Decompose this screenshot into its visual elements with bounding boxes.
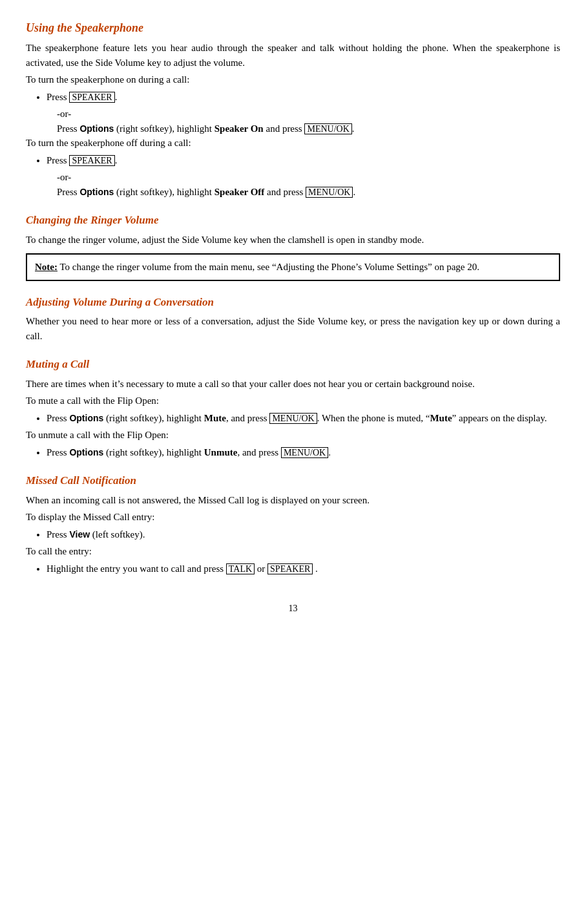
text: and press xyxy=(264,123,305,134)
or-line: -or- xyxy=(57,107,560,121)
options-label: Options xyxy=(79,123,114,134)
note-box: Note: To change the ringer volume from t… xyxy=(26,253,560,281)
menu-ok-key3: MENU/OK xyxy=(269,413,317,424)
text: . xyxy=(313,563,318,574)
text: , and press xyxy=(237,447,281,457)
text: Press xyxy=(47,155,69,165)
text: Press xyxy=(57,123,79,134)
mute-label: Mute xyxy=(204,413,226,423)
section-speakerphone: Using the Speakerphone The speakerphone … xyxy=(26,19,560,199)
press-options-on: Press Options (right softkey), highlight… xyxy=(57,121,560,136)
list-item: Press Options (right softkey), highlight… xyxy=(47,411,560,426)
menu-ok-key4: MENU/OK xyxy=(281,447,328,458)
text: Press xyxy=(47,413,69,423)
speaker-on-label: Speaker On xyxy=(215,123,264,134)
muting-para1: There are times when it’s necessary to m… xyxy=(26,377,560,392)
ringer-para: To change the ringer volume, adjust the … xyxy=(26,233,560,247)
text: Highlight the entry you want to call and… xyxy=(47,563,226,574)
unmute-para: To unmute a call with the Flip Open: xyxy=(26,428,560,443)
text: . When the phone is muted, “ xyxy=(317,413,430,423)
note-label: Note: xyxy=(35,262,58,272)
section-adjusting-volume: Adjusting Volume During a Conversation W… xyxy=(26,294,560,344)
speaker-key3: SPEAKER xyxy=(267,563,313,574)
view-label: View xyxy=(69,529,90,540)
speakerphone-off-para: To turn the speakerphone off during a ca… xyxy=(26,136,560,151)
talk-key: TALK xyxy=(226,563,255,574)
section-missed-call: Missed Call Notification When an incomin… xyxy=(26,472,560,576)
text: . xyxy=(115,92,118,102)
list-item: Press SPEAKER. xyxy=(47,153,560,168)
speaker-key: SPEAKER xyxy=(69,92,114,103)
text: Press xyxy=(57,187,79,197)
note-text: To change the ringer volume from the mai… xyxy=(58,262,479,272)
missed-para2: To display the Missed Call entry: xyxy=(26,510,560,525)
text: , and press xyxy=(226,413,270,423)
speakerphone-para2: To turn the speakerphone on during a cal… xyxy=(26,72,560,87)
text: (right softkey), highlight xyxy=(114,123,214,134)
text: (right softkey), highlight xyxy=(114,187,214,197)
list-item: Press View (left softkey). xyxy=(47,527,560,542)
muting-para2: To mute a call with the Flip Open: xyxy=(26,394,560,408)
unmute-label: Unmute xyxy=(204,447,238,457)
text: Press xyxy=(47,529,69,540)
speakerphone-para1: The speakerphone feature lets you hear a… xyxy=(26,41,560,70)
section-muting-title: Muting a Call xyxy=(26,356,560,373)
text: . xyxy=(115,155,118,165)
speaker-off-label: Speaker Off xyxy=(215,187,265,197)
text: (left softkey). xyxy=(90,529,145,540)
call-entry-para: To call the entry: xyxy=(26,544,560,559)
press-options-off: Press Options (right softkey), highlight… xyxy=(57,185,560,200)
missed-para1: When an incoming call is not answered, t… xyxy=(26,493,560,508)
list-item: Press Options (right softkey), highlight… xyxy=(47,445,560,460)
mute-label2: Mute xyxy=(430,413,452,423)
text: . xyxy=(352,123,355,134)
menu-ok-key2: MENU/OK xyxy=(306,187,353,198)
text: . xyxy=(328,447,331,457)
options-label2: Options xyxy=(79,187,114,197)
text: ” appears on the display. xyxy=(452,413,547,423)
section-ringer-title: Changing the Ringer Volume xyxy=(26,212,560,229)
text: (right softkey), highlight xyxy=(103,413,204,423)
options-label4: Options xyxy=(69,447,103,457)
text: Press xyxy=(47,92,69,102)
text: and press xyxy=(264,187,306,197)
list-item: Press SPEAKER. xyxy=(47,90,560,105)
options-label3: Options xyxy=(69,413,103,423)
section-missed-title: Missed Call Notification xyxy=(26,472,560,489)
section-ringer-volume: Changing the Ringer Volume To change the… xyxy=(26,212,560,281)
speaker-key2: SPEAKER xyxy=(69,155,114,166)
or-line2: -or- xyxy=(57,170,560,185)
text: or xyxy=(255,563,267,574)
adjusting-para: Whether you need to hear more or less of… xyxy=(26,314,560,343)
text: . xyxy=(353,187,355,197)
page-number: 13 xyxy=(26,602,560,615)
list-item: Highlight the entry you want to call and… xyxy=(47,562,560,576)
text: Press xyxy=(47,447,69,457)
section-adjusting-title: Adjusting Volume During a Conversation xyxy=(26,294,560,311)
section-muting: Muting a Call There are times when it’s … xyxy=(26,356,560,459)
section-speakerphone-title: Using the Speakerphone xyxy=(26,19,560,37)
text: (right softkey), highlight xyxy=(103,447,204,457)
menu-ok-key: MENU/OK xyxy=(304,123,351,134)
